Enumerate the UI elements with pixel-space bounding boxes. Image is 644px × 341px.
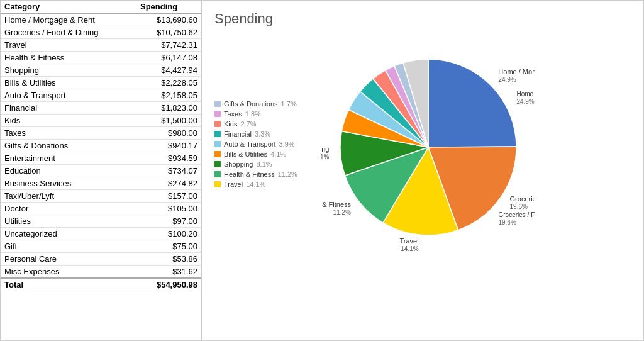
legend-pct: 2.7% <box>240 120 256 128</box>
table-row: Taxi/Uber/Lyft$157.00 <box>1 190 201 203</box>
row-category: Misc Expenses <box>1 266 136 279</box>
row-category: Kids <box>1 115 136 127</box>
row-category: Groceries / Food & Dining <box>1 26 136 39</box>
legend-label: Kids <box>224 120 237 128</box>
row-spending: $2,228.05 <box>136 77 201 89</box>
legend-pct: 11.2% <box>278 170 297 178</box>
table-row: Home / Mortgage & Rent$13,690.60 <box>1 13 201 26</box>
pie-pct: 19.6% <box>510 203 528 210</box>
pie-chart: Home / Mortgage &...24.9%Groceries / Foo… <box>321 37 535 251</box>
row-category: Health & Fitness <box>1 52 136 64</box>
legend-pct: 8.1% <box>257 160 272 168</box>
legend-pct: 3.3% <box>255 130 270 138</box>
row-spending: $980.00 <box>136 127 201 140</box>
row-category: Taxi/Uber/Lyft <box>1 190 136 203</box>
table-row: Uncategorized$100.20 <box>1 228 201 240</box>
legend-label: Auto & Transport <box>224 140 276 148</box>
total-value: $54,950.98 <box>136 278 201 291</box>
row-spending: $97.00 <box>136 215 201 228</box>
legend-color <box>214 101 221 107</box>
legend-item: Gifts & Donations1.7% <box>214 100 309 108</box>
row-spending: $10,750.62 <box>136 26 201 39</box>
legend-color <box>214 131 221 137</box>
table-row: Financial$1,823.00 <box>1 102 201 115</box>
row-category: Education <box>1 165 136 177</box>
legend-color <box>214 181 221 187</box>
legend-item: Shopping8.1% <box>214 160 309 168</box>
table-row: Travel$7,742.31 <box>1 39 201 52</box>
chart-title: Spending <box>214 11 631 27</box>
row-spending: $31.62 <box>136 266 201 279</box>
pie-pct: 14.1% <box>401 245 418 251</box>
legend-label: Financial <box>224 130 252 138</box>
row-spending: $53.86 <box>136 253 201 266</box>
pie-pct-right: 19.6% <box>498 219 516 226</box>
table-row: Education$734.07 <box>1 165 201 177</box>
legend-item: Bills & Utilities4.1% <box>214 150 309 158</box>
legend-item: Health & Fitness11.2% <box>214 170 309 178</box>
pie-label: Home / Mortgage &... <box>498 68 535 75</box>
chart-legend: Gifts & Donations1.7%Taxes1.8%Kids2.7%Fi… <box>214 100 309 188</box>
pie-label-right: Groceries / Food &... <box>498 211 535 218</box>
row-category: Shopping <box>1 64 136 77</box>
col-spending: Spending <box>136 1 201 13</box>
col-category: Category <box>1 1 136 13</box>
row-category: Taxes <box>1 127 136 140</box>
table-row: Business Services$274.82 <box>1 177 201 190</box>
row-category: Entertainment <box>1 152 136 165</box>
legend-color <box>214 161 221 167</box>
table-row: Groceries / Food & Dining$10,750.62 <box>1 26 201 39</box>
row-spending: $105.00 <box>136 203 201 215</box>
row-spending: $7,742.31 <box>136 39 201 52</box>
row-spending: $2,158.05 <box>136 89 201 102</box>
legend-label: Shopping <box>224 160 253 168</box>
pie-label: Groceries / Food &... <box>510 195 535 203</box>
row-category: Gifts & Donations <box>1 140 136 152</box>
table-section: Category Spending Home / Mortgage & Rent… <box>1 1 202 340</box>
pie-pct: 8.1% <box>321 154 330 160</box>
row-spending: $934.59 <box>136 152 201 165</box>
legend-label: Bills & Utilities <box>224 150 267 158</box>
row-spending: $734.07 <box>136 165 201 177</box>
row-category: Personal Care <box>1 253 136 266</box>
main-container: Category Spending Home / Mortgage & Rent… <box>0 0 644 341</box>
table-row: Auto & Transport$2,158.05 <box>1 89 201 102</box>
pie-label-right: Home / Mortgage &... <box>516 91 535 98</box>
total-label: Total <box>1 278 136 291</box>
pie-svg: Home / Mortgage &...24.9%Groceries / Foo… <box>321 37 535 251</box>
table-row: Shopping$4,427.94 <box>1 64 201 77</box>
legend-color <box>214 171 221 177</box>
pie-pct: 24.9% <box>498 76 516 83</box>
row-spending: $1,823.00 <box>136 102 201 115</box>
chart-container: Gifts & Donations1.7%Taxes1.8%Kids2.7%Fi… <box>214 37 631 251</box>
legend-item: Auto & Transport3.9% <box>214 140 309 148</box>
legend-label: Gifts & Donations <box>224 100 278 108</box>
legend-pct: 4.1% <box>270 150 286 158</box>
legend-label: Travel <box>224 181 243 188</box>
legend-label: Taxes <box>224 110 242 118</box>
legend-item: Travel14.1% <box>214 181 309 188</box>
row-category: Travel <box>1 39 136 52</box>
row-category: Home / Mortgage & Rent <box>1 13 136 26</box>
legend-pct: 1.8% <box>245 110 261 118</box>
pie-label: Travel <box>399 237 418 245</box>
legend-item: Taxes1.8% <box>214 110 309 118</box>
legend-pct: 14.1% <box>246 181 265 188</box>
legend-pct: 1.7% <box>281 100 297 108</box>
table-row: Health & Fitness$6,147.08 <box>1 52 201 64</box>
row-category: Doctor <box>1 203 136 215</box>
chart-section: Spending Gifts & Donations1.7%Taxes1.8%K… <box>202 1 643 340</box>
table-row: Personal Care$53.86 <box>1 253 201 266</box>
row-category: Bills & Utilities <box>1 77 136 89</box>
row-spending: $6,147.08 <box>136 52 201 64</box>
row-category: Business Services <box>1 177 136 190</box>
total-row: Total $54,950.98 <box>1 278 201 291</box>
row-spending: $13,690.60 <box>136 13 201 26</box>
row-spending: $4,427.94 <box>136 64 201 77</box>
row-category: Uncategorized <box>1 228 136 240</box>
row-category: Utilities <box>1 215 136 228</box>
legend-label: Health & Fitness <box>224 170 275 178</box>
legend-color <box>214 111 221 117</box>
pie-label: Health & Fitness <box>321 201 352 208</box>
pie-pct-right: 24.9% <box>516 98 534 105</box>
